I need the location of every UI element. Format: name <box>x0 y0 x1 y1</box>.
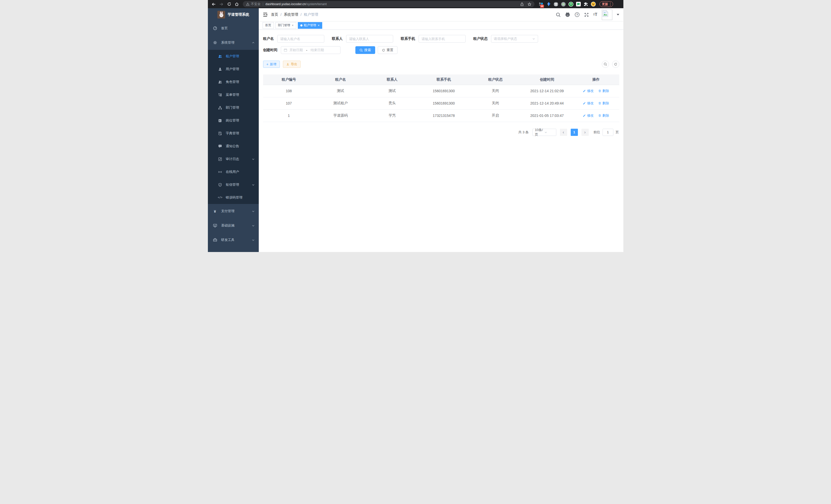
sidebar-item-home[interactable]: 首页 <box>208 21 259 35</box>
cell-tenant-id: 108 <box>263 85 315 97</box>
breadcrumb-system[interactable]: 系统管理 <box>284 12 298 17</box>
sidebar-item-dict[interactable]: 字典管理 <box>208 127 259 140</box>
cell-created: 2021-12-14 20:49:44 <box>521 97 573 110</box>
edit-link[interactable]: 修改 <box>583 89 594 93</box>
sidebar-item-role[interactable]: 角色管理 <box>208 76 259 88</box>
pencil-icon <box>583 114 586 117</box>
sidebar-item-user[interactable]: 用户管理 <box>208 63 259 76</box>
bookmark-star-icon[interactable] <box>527 2 532 6</box>
status-select[interactable]: 请选择租户状态 <box>491 35 538 42</box>
url-host[interactable]: dashboard.yudao.iocoder.cn <box>265 2 306 6</box>
delete-link[interactable]: 删除 <box>598 101 609 106</box>
fullscreen-icon[interactable] <box>584 12 589 17</box>
cell-tenant-name: 芋道源码 <box>315 110 366 122</box>
status-label: 租户状态 <box>473 36 488 41</box>
extension-chat-icon[interactable] <box>576 2 581 7</box>
contact-input[interactable] <box>346 35 393 42</box>
security-warning-icon[interactable] <box>246 2 250 6</box>
created-label: 创建时间 <box>263 48 278 52</box>
github-icon[interactable] <box>565 12 570 17</box>
extension-gray-dot-icon[interactable] <box>561 2 566 7</box>
sidebar-item-system[interactable]: 系统管理 <box>208 35 259 50</box>
browser-forward-icon[interactable] <box>218 1 225 7</box>
reset-button[interactable]: 重置 <box>378 46 398 54</box>
tab-home[interactable]: 首页 <box>263 22 274 29</box>
extension-badge: 10 <box>540 5 544 8</box>
refresh-table-button[interactable] <box>612 61 619 68</box>
browser-menu-dots-icon[interactable] <box>610 3 611 6</box>
extension-blocks-icon[interactable]: 10 <box>539 2 544 7</box>
address-bar[interactable]: 不安全 dashboard.yudao.iocoder.cn/system/te… <box>243 1 535 7</box>
page-size-select[interactable]: 10条/页 <box>533 129 556 136</box>
sidebar-item-dept[interactable]: 部门管理 <box>208 101 259 114</box>
users-icon <box>218 55 222 58</box>
edit-link[interactable]: 修改 <box>583 101 594 106</box>
tab-dept[interactable]: 部门管理 × <box>276 22 296 29</box>
chat-bubble-icon <box>218 144 222 148</box>
close-icon[interactable]: × <box>292 24 294 27</box>
help-icon[interactable]: ? <box>575 12 580 17</box>
cell-contact: 秃头 <box>366 97 418 110</box>
breadcrumb-home[interactable]: 首页 <box>271 12 278 17</box>
font-size-icon[interactable]: TT <box>593 12 597 17</box>
chevron-down-icon <box>252 210 255 213</box>
search-button[interactable]: 搜索 <box>355 46 375 54</box>
add-button[interactable]: + 新增 <box>263 61 280 68</box>
delete-link[interactable]: 删除 <box>598 113 609 118</box>
goto-page-input[interactable] <box>603 129 613 136</box>
next-page-button[interactable]: › <box>581 129 589 136</box>
sidebar-item-notice[interactable]: 通知公告 <box>208 140 259 153</box>
browser-reload-icon[interactable] <box>226 1 233 7</box>
close-icon[interactable]: × <box>318 24 320 27</box>
browser-update-button[interactable]: 更新 <box>600 1 613 7</box>
toggle-search-button[interactable] <box>602 61 609 68</box>
users-icon <box>218 80 222 84</box>
sidebar-item-error-code[interactable]: </> 错误码管理 <box>208 191 259 204</box>
cell-actions: 修改 删除 <box>573 110 619 122</box>
sidebar-item-online-users[interactable]: 在线用户 <box>208 166 259 178</box>
cell-phone: 17321315478 <box>418 110 469 122</box>
browser-home-icon[interactable] <box>234 1 240 7</box>
delete-link[interactable]: 删除 <box>598 89 609 93</box>
sidebar-item-audit-log[interactable]: 审计日志 <box>208 153 259 166</box>
page-content: 租户名 联系人 联系手机 租户状态 请选择租户状态 <box>259 30 623 252</box>
current-page-button[interactable]: 1 <box>571 129 578 136</box>
tab-label: 部门管理 <box>278 23 290 28</box>
sidebar-collapse-icon[interactable] <box>263 12 267 17</box>
sidebar-logo[interactable]: 芋道管理系统 <box>208 8 259 21</box>
export-button[interactable]: 导出 <box>283 61 300 68</box>
extension-command-icon[interactable] <box>553 2 558 7</box>
phone-input[interactable] <box>419 35 466 42</box>
browser-back-icon[interactable] <box>210 1 217 7</box>
extension-y-icon[interactable]: Y <box>568 2 574 7</box>
sidebar-item-sms[interactable]: 短信管理 <box>208 178 259 191</box>
header-search-icon[interactable] <box>556 12 561 17</box>
tenant-name-input[interactable] <box>277 35 324 42</box>
prev-page-button[interactable]: ‹ <box>560 129 567 136</box>
tab-label: 首页 <box>265 23 271 28</box>
sidebar-item-infra[interactable]: 基础设施 <box>208 218 259 233</box>
table-row: 107 测试租户 秃头 15601691300 关闭 2021-12-14 20… <box>263 97 619 110</box>
sidebar-item-tenant[interactable]: 租户管理 <box>208 50 259 63</box>
avatar[interactable] <box>602 9 612 20</box>
navbar-actions: ? TT <box>556 9 619 20</box>
chevron-up-icon <box>252 41 255 44</box>
sidebar-item-payment[interactable]: ¥ 支付管理 <box>208 204 259 218</box>
tab-tenant[interactable]: 租户管理 × <box>298 22 322 29</box>
extension-puzzle-icon[interactable] <box>583 2 589 7</box>
table-row: 1 芋道源码 芋艿 17321315478 开启 2021-01-05 17:0… <box>263 110 619 122</box>
date-range-picker[interactable]: 开始日期 - 结束日期 <box>281 46 341 54</box>
url-path[interactable]: /system/tenant <box>306 2 326 6</box>
col-tenant-id: 租户编号 <box>263 75 315 85</box>
edit-link[interactable]: 修改 <box>583 113 594 118</box>
cell-actions: 修改 删除 <box>573 97 619 110</box>
share-icon[interactable] <box>520 2 524 6</box>
security-label[interactable]: 不安全 <box>251 2 261 6</box>
avatar-dropdown-caret-icon[interactable] <box>617 14 619 16</box>
extension-kite-icon[interactable] <box>546 2 551 7</box>
extension-emoji-icon[interactable] <box>591 2 596 7</box>
sidebar-item-devtools[interactable]: 研发工具 <box>208 233 259 247</box>
sidebar-item-menu[interactable]: 菜单管理 <box>208 88 259 101</box>
cell-tenant-name: 测试租户 <box>315 97 366 110</box>
sidebar-item-post[interactable]: 岗位管理 <box>208 114 259 127</box>
